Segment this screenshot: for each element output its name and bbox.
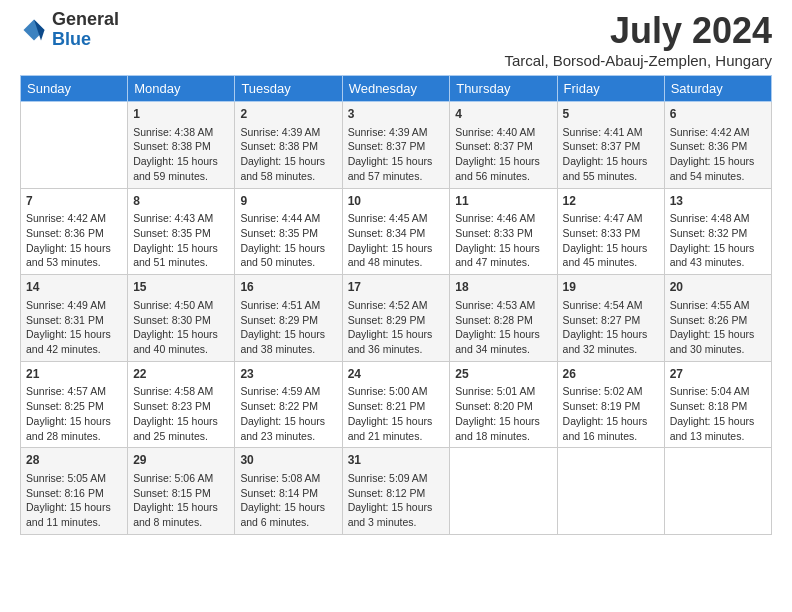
weekday-header-saturday: Saturday: [664, 76, 771, 102]
day-number: 24: [348, 366, 445, 383]
day-number: 6: [670, 106, 766, 123]
day-info: Sunrise: 4:55 AM Sunset: 8:26 PM Dayligh…: [670, 298, 766, 357]
day-number: 11: [455, 193, 551, 210]
calendar-cell: 12Sunrise: 4:47 AM Sunset: 8:33 PM Dayli…: [557, 188, 664, 275]
calendar-cell: 26Sunrise: 5:02 AM Sunset: 8:19 PM Dayli…: [557, 361, 664, 448]
calendar-cell: 2Sunrise: 4:39 AM Sunset: 8:38 PM Daylig…: [235, 102, 342, 189]
day-info: Sunrise: 5:09 AM Sunset: 8:12 PM Dayligh…: [348, 471, 445, 530]
day-info: Sunrise: 4:59 AM Sunset: 8:22 PM Dayligh…: [240, 384, 336, 443]
day-info: Sunrise: 4:44 AM Sunset: 8:35 PM Dayligh…: [240, 211, 336, 270]
logo: General Blue: [20, 10, 119, 50]
day-number: 3: [348, 106, 445, 123]
calendar-cell: [557, 448, 664, 535]
calendar-cell: 3Sunrise: 4:39 AM Sunset: 8:37 PM Daylig…: [342, 102, 450, 189]
calendar-cell: 5Sunrise: 4:41 AM Sunset: 8:37 PM Daylig…: [557, 102, 664, 189]
day-info: Sunrise: 4:54 AM Sunset: 8:27 PM Dayligh…: [563, 298, 659, 357]
day-info: Sunrise: 4:48 AM Sunset: 8:32 PM Dayligh…: [670, 211, 766, 270]
day-info: Sunrise: 5:05 AM Sunset: 8:16 PM Dayligh…: [26, 471, 122, 530]
day-number: 10: [348, 193, 445, 210]
day-number: 27: [670, 366, 766, 383]
day-number: 13: [670, 193, 766, 210]
day-info: Sunrise: 4:42 AM Sunset: 8:36 PM Dayligh…: [670, 125, 766, 184]
calendar-cell: 4Sunrise: 4:40 AM Sunset: 8:37 PM Daylig…: [450, 102, 557, 189]
calendar-cell: 25Sunrise: 5:01 AM Sunset: 8:20 PM Dayli…: [450, 361, 557, 448]
calendar-week-row: 28Sunrise: 5:05 AM Sunset: 8:16 PM Dayli…: [21, 448, 772, 535]
day-info: Sunrise: 4:57 AM Sunset: 8:25 PM Dayligh…: [26, 384, 122, 443]
day-number: 31: [348, 452, 445, 469]
title-block: July 2024 Tarcal, Borsod-Abauj-Zemplen, …: [504, 10, 772, 69]
day-info: Sunrise: 4:41 AM Sunset: 8:37 PM Dayligh…: [563, 125, 659, 184]
day-number: 19: [563, 279, 659, 296]
calendar-cell: 16Sunrise: 4:51 AM Sunset: 8:29 PM Dayli…: [235, 275, 342, 362]
logo-icon: [20, 16, 48, 44]
day-number: 5: [563, 106, 659, 123]
page-header: General Blue July 2024 Tarcal, Borsod-Ab…: [20, 10, 772, 69]
day-info: Sunrise: 4:42 AM Sunset: 8:36 PM Dayligh…: [26, 211, 122, 270]
calendar-cell: [450, 448, 557, 535]
calendar-cell: 19Sunrise: 4:54 AM Sunset: 8:27 PM Dayli…: [557, 275, 664, 362]
calendar-week-row: 1Sunrise: 4:38 AM Sunset: 8:38 PM Daylig…: [21, 102, 772, 189]
day-number: 16: [240, 279, 336, 296]
calendar-cell: [664, 448, 771, 535]
calendar-week-row: 14Sunrise: 4:49 AM Sunset: 8:31 PM Dayli…: [21, 275, 772, 362]
weekday-header-wednesday: Wednesday: [342, 76, 450, 102]
calendar-cell: 9Sunrise: 4:44 AM Sunset: 8:35 PM Daylig…: [235, 188, 342, 275]
day-info: Sunrise: 4:52 AM Sunset: 8:29 PM Dayligh…: [348, 298, 445, 357]
day-info: Sunrise: 5:02 AM Sunset: 8:19 PM Dayligh…: [563, 384, 659, 443]
day-number: 2: [240, 106, 336, 123]
calendar-cell: 11Sunrise: 4:46 AM Sunset: 8:33 PM Dayli…: [450, 188, 557, 275]
calendar-cell: 8Sunrise: 4:43 AM Sunset: 8:35 PM Daylig…: [128, 188, 235, 275]
day-number: 7: [26, 193, 122, 210]
day-info: Sunrise: 4:47 AM Sunset: 8:33 PM Dayligh…: [563, 211, 659, 270]
weekday-header-friday: Friday: [557, 76, 664, 102]
day-info: Sunrise: 4:39 AM Sunset: 8:37 PM Dayligh…: [348, 125, 445, 184]
calendar-cell: 13Sunrise: 4:48 AM Sunset: 8:32 PM Dayli…: [664, 188, 771, 275]
calendar-cell: 23Sunrise: 4:59 AM Sunset: 8:22 PM Dayli…: [235, 361, 342, 448]
weekday-header-row: SundayMondayTuesdayWednesdayThursdayFrid…: [21, 76, 772, 102]
day-number: 18: [455, 279, 551, 296]
calendar-cell: 21Sunrise: 4:57 AM Sunset: 8:25 PM Dayli…: [21, 361, 128, 448]
day-info: Sunrise: 4:50 AM Sunset: 8:30 PM Dayligh…: [133, 298, 229, 357]
logo-line1: General: [52, 10, 119, 30]
day-number: 25: [455, 366, 551, 383]
calendar-cell: 15Sunrise: 4:50 AM Sunset: 8:30 PM Dayli…: [128, 275, 235, 362]
calendar-week-row: 21Sunrise: 4:57 AM Sunset: 8:25 PM Dayli…: [21, 361, 772, 448]
day-info: Sunrise: 5:04 AM Sunset: 8:18 PM Dayligh…: [670, 384, 766, 443]
day-info: Sunrise: 4:58 AM Sunset: 8:23 PM Dayligh…: [133, 384, 229, 443]
day-number: 20: [670, 279, 766, 296]
day-info: Sunrise: 4:51 AM Sunset: 8:29 PM Dayligh…: [240, 298, 336, 357]
calendar-cell: [21, 102, 128, 189]
page-subtitle: Tarcal, Borsod-Abauj-Zemplen, Hungary: [504, 52, 772, 69]
day-number: 1: [133, 106, 229, 123]
day-number: 12: [563, 193, 659, 210]
calendar-cell: 14Sunrise: 4:49 AM Sunset: 8:31 PM Dayli…: [21, 275, 128, 362]
day-number: 26: [563, 366, 659, 383]
day-info: Sunrise: 5:00 AM Sunset: 8:21 PM Dayligh…: [348, 384, 445, 443]
calendar-cell: 7Sunrise: 4:42 AM Sunset: 8:36 PM Daylig…: [21, 188, 128, 275]
calendar-cell: 10Sunrise: 4:45 AM Sunset: 8:34 PM Dayli…: [342, 188, 450, 275]
day-number: 23: [240, 366, 336, 383]
day-info: Sunrise: 5:01 AM Sunset: 8:20 PM Dayligh…: [455, 384, 551, 443]
day-number: 29: [133, 452, 229, 469]
day-info: Sunrise: 4:39 AM Sunset: 8:38 PM Dayligh…: [240, 125, 336, 184]
day-number: 17: [348, 279, 445, 296]
calendar-cell: 1Sunrise: 4:38 AM Sunset: 8:38 PM Daylig…: [128, 102, 235, 189]
weekday-header-tuesday: Tuesday: [235, 76, 342, 102]
day-number: 28: [26, 452, 122, 469]
calendar-cell: 18Sunrise: 4:53 AM Sunset: 8:28 PM Dayli…: [450, 275, 557, 362]
day-info: Sunrise: 4:38 AM Sunset: 8:38 PM Dayligh…: [133, 125, 229, 184]
calendar-cell: 20Sunrise: 4:55 AM Sunset: 8:26 PM Dayli…: [664, 275, 771, 362]
day-number: 15: [133, 279, 229, 296]
day-number: 21: [26, 366, 122, 383]
calendar-cell: 30Sunrise: 5:08 AM Sunset: 8:14 PM Dayli…: [235, 448, 342, 535]
weekday-header-monday: Monday: [128, 76, 235, 102]
calendar-cell: 28Sunrise: 5:05 AM Sunset: 8:16 PM Dayli…: [21, 448, 128, 535]
calendar-cell: 29Sunrise: 5:06 AM Sunset: 8:15 PM Dayli…: [128, 448, 235, 535]
page-title: July 2024: [504, 10, 772, 52]
day-info: Sunrise: 4:46 AM Sunset: 8:33 PM Dayligh…: [455, 211, 551, 270]
day-info: Sunrise: 4:45 AM Sunset: 8:34 PM Dayligh…: [348, 211, 445, 270]
calendar-cell: 24Sunrise: 5:00 AM Sunset: 8:21 PM Dayli…: [342, 361, 450, 448]
weekday-header-thursday: Thursday: [450, 76, 557, 102]
calendar-cell: 31Sunrise: 5:09 AM Sunset: 8:12 PM Dayli…: [342, 448, 450, 535]
day-number: 30: [240, 452, 336, 469]
